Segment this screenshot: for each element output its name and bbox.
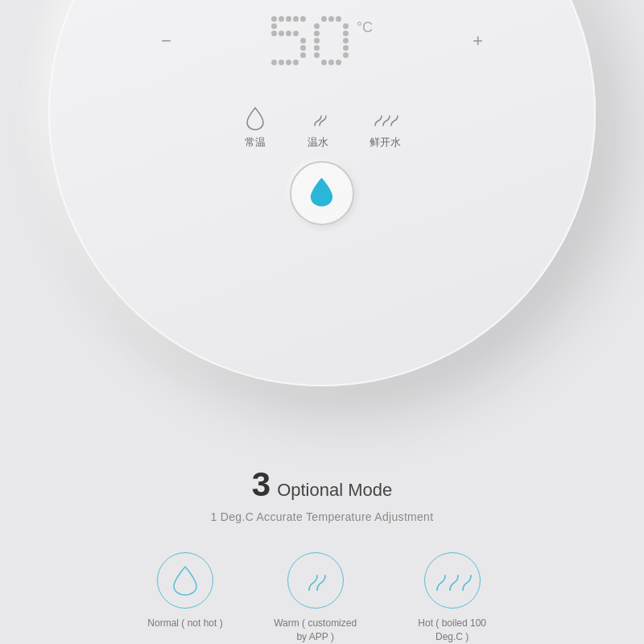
water-drop-button-icon [308, 176, 336, 210]
subtitle: 1 Deg.C Accurate Temperature Adjustment [211, 510, 434, 523]
mode-hot-label: 鲜开水 [369, 135, 401, 150]
device-container: − [0, 0, 644, 232]
bottom-item-normal: Normal ( not hot ) [147, 552, 222, 630]
bottom-steam-high-icon [432, 566, 473, 595]
steam-low-icon [307, 105, 329, 130]
steam-high-icon [370, 105, 399, 130]
mode-normal[interactable]: 常温 [244, 105, 266, 150]
bottom-hot-icon-circle [424, 552, 481, 609]
temperature-display: °C [271, 16, 373, 65]
mode-warm[interactable]: 温水 [307, 105, 329, 150]
bottom-hot-label: Hot ( boiled 100 Deg.C ) [408, 617, 497, 644]
mode-icons-row: 常温 温水 鲜开水 [244, 105, 401, 150]
bottom-warm-label: Warm ( customized by APP ) [271, 617, 360, 644]
mode-heading: 3 Optional Mode [252, 465, 392, 504]
mode-hot[interactable]: 鲜开水 [369, 105, 401, 150]
minus-button[interactable]: − [161, 31, 171, 52]
mode-text-label: Optional Mode [277, 480, 392, 501]
bottom-warm-icon-circle [287, 552, 344, 609]
mode-warm-label: 温水 [308, 135, 328, 150]
bottom-item-hot: Hot ( boiled 100 Deg.C ) [408, 552, 497, 644]
bottom-normal-label: Normal ( not hot ) [147, 617, 222, 630]
mode-normal-label: 常温 [245, 135, 266, 150]
mode-count: 3 [252, 465, 270, 504]
celsius-symbol: °C [357, 19, 373, 36]
bottom-icons-row: Normal ( not hot ) Warm ( customized by … [147, 552, 496, 644]
bottom-drop-icon [172, 565, 198, 596]
bottom-normal-icon-circle [157, 552, 213, 609]
bottom-steam-low-icon [300, 566, 331, 595]
water-button[interactable] [290, 161, 354, 225]
water-button-container [290, 161, 354, 225]
bottom-item-warm: Warm ( customized by APP ) [271, 552, 360, 644]
drop-icon [244, 105, 266, 130]
plus-button[interactable]: + [473, 31, 483, 52]
